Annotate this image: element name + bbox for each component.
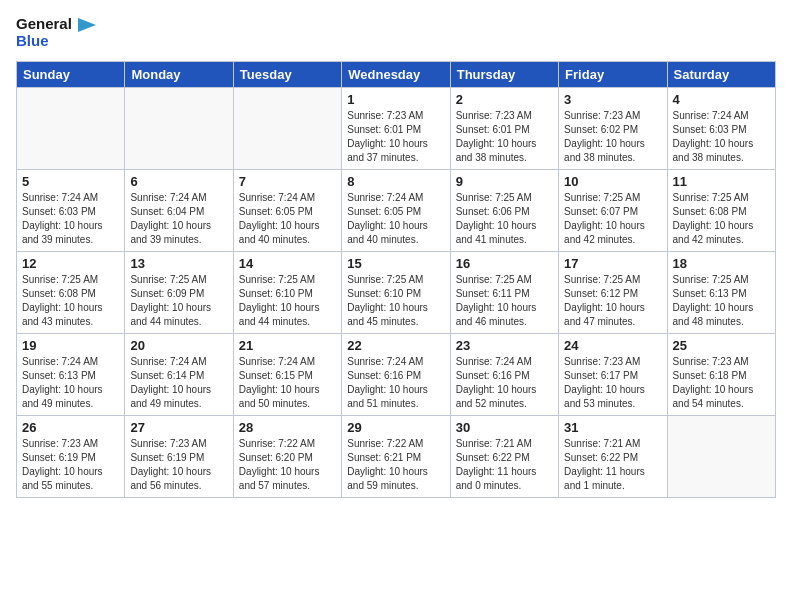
logo-arrow-icon bbox=[78, 18, 96, 32]
day-number: 22 bbox=[347, 338, 444, 353]
page-header: General Blue bbox=[16, 16, 776, 49]
day-cell: 15Sunrise: 7:25 AM Sunset: 6:10 PM Dayli… bbox=[342, 252, 450, 334]
day-number: 13 bbox=[130, 256, 227, 271]
day-number: 24 bbox=[564, 338, 661, 353]
day-info: Sunrise: 7:24 AM Sunset: 6:04 PM Dayligh… bbox=[130, 191, 227, 247]
day-cell bbox=[667, 416, 775, 498]
day-number: 15 bbox=[347, 256, 444, 271]
day-info: Sunrise: 7:24 AM Sunset: 6:05 PM Dayligh… bbox=[239, 191, 336, 247]
day-number: 26 bbox=[22, 420, 119, 435]
day-number: 18 bbox=[673, 256, 770, 271]
day-cell: 14Sunrise: 7:25 AM Sunset: 6:10 PM Dayli… bbox=[233, 252, 341, 334]
day-number: 21 bbox=[239, 338, 336, 353]
day-info: Sunrise: 7:24 AM Sunset: 6:03 PM Dayligh… bbox=[22, 191, 119, 247]
day-info: Sunrise: 7:23 AM Sunset: 6:19 PM Dayligh… bbox=[130, 437, 227, 493]
day-number: 2 bbox=[456, 92, 553, 107]
day-info: Sunrise: 7:23 AM Sunset: 6:18 PM Dayligh… bbox=[673, 355, 770, 411]
day-info: Sunrise: 7:22 AM Sunset: 6:20 PM Dayligh… bbox=[239, 437, 336, 493]
day-number: 3 bbox=[564, 92, 661, 107]
day-cell: 8Sunrise: 7:24 AM Sunset: 6:05 PM Daylig… bbox=[342, 170, 450, 252]
weekday-header-sunday: Sunday bbox=[17, 62, 125, 88]
svg-marker-0 bbox=[78, 18, 96, 32]
day-cell: 25Sunrise: 7:23 AM Sunset: 6:18 PM Dayli… bbox=[667, 334, 775, 416]
day-cell: 19Sunrise: 7:24 AM Sunset: 6:13 PM Dayli… bbox=[17, 334, 125, 416]
day-info: Sunrise: 7:25 AM Sunset: 6:09 PM Dayligh… bbox=[130, 273, 227, 329]
day-number: 17 bbox=[564, 256, 661, 271]
day-cell bbox=[125, 88, 233, 170]
day-info: Sunrise: 7:24 AM Sunset: 6:05 PM Dayligh… bbox=[347, 191, 444, 247]
day-number: 16 bbox=[456, 256, 553, 271]
day-info: Sunrise: 7:24 AM Sunset: 6:14 PM Dayligh… bbox=[130, 355, 227, 411]
weekday-header-thursday: Thursday bbox=[450, 62, 558, 88]
day-info: Sunrise: 7:25 AM Sunset: 6:11 PM Dayligh… bbox=[456, 273, 553, 329]
day-cell: 6Sunrise: 7:24 AM Sunset: 6:04 PM Daylig… bbox=[125, 170, 233, 252]
day-cell: 29Sunrise: 7:22 AM Sunset: 6:21 PM Dayli… bbox=[342, 416, 450, 498]
day-cell: 20Sunrise: 7:24 AM Sunset: 6:14 PM Dayli… bbox=[125, 334, 233, 416]
day-info: Sunrise: 7:25 AM Sunset: 6:08 PM Dayligh… bbox=[22, 273, 119, 329]
day-info: Sunrise: 7:25 AM Sunset: 6:10 PM Dayligh… bbox=[239, 273, 336, 329]
day-info: Sunrise: 7:25 AM Sunset: 6:13 PM Dayligh… bbox=[673, 273, 770, 329]
day-cell: 16Sunrise: 7:25 AM Sunset: 6:11 PM Dayli… bbox=[450, 252, 558, 334]
day-cell: 13Sunrise: 7:25 AM Sunset: 6:09 PM Dayli… bbox=[125, 252, 233, 334]
day-number: 11 bbox=[673, 174, 770, 189]
day-cell: 9Sunrise: 7:25 AM Sunset: 6:06 PM Daylig… bbox=[450, 170, 558, 252]
day-info: Sunrise: 7:21 AM Sunset: 6:22 PM Dayligh… bbox=[456, 437, 553, 493]
day-cell: 2Sunrise: 7:23 AM Sunset: 6:01 PM Daylig… bbox=[450, 88, 558, 170]
day-number: 30 bbox=[456, 420, 553, 435]
day-number: 25 bbox=[673, 338, 770, 353]
day-number: 19 bbox=[22, 338, 119, 353]
day-info: Sunrise: 7:23 AM Sunset: 6:19 PM Dayligh… bbox=[22, 437, 119, 493]
day-number: 5 bbox=[22, 174, 119, 189]
day-cell: 10Sunrise: 7:25 AM Sunset: 6:07 PM Dayli… bbox=[559, 170, 667, 252]
day-info: Sunrise: 7:24 AM Sunset: 6:16 PM Dayligh… bbox=[456, 355, 553, 411]
day-cell: 12Sunrise: 7:25 AM Sunset: 6:08 PM Dayli… bbox=[17, 252, 125, 334]
day-number: 31 bbox=[564, 420, 661, 435]
day-info: Sunrise: 7:24 AM Sunset: 6:03 PM Dayligh… bbox=[673, 109, 770, 165]
weekday-header-wednesday: Wednesday bbox=[342, 62, 450, 88]
day-cell bbox=[233, 88, 341, 170]
day-cell bbox=[17, 88, 125, 170]
day-info: Sunrise: 7:23 AM Sunset: 6:01 PM Dayligh… bbox=[347, 109, 444, 165]
weekday-header-friday: Friday bbox=[559, 62, 667, 88]
day-cell: 11Sunrise: 7:25 AM Sunset: 6:08 PM Dayli… bbox=[667, 170, 775, 252]
day-cell: 24Sunrise: 7:23 AM Sunset: 6:17 PM Dayli… bbox=[559, 334, 667, 416]
weekday-header-tuesday: Tuesday bbox=[233, 62, 341, 88]
day-cell: 23Sunrise: 7:24 AM Sunset: 6:16 PM Dayli… bbox=[450, 334, 558, 416]
day-info: Sunrise: 7:23 AM Sunset: 6:02 PM Dayligh… bbox=[564, 109, 661, 165]
day-number: 6 bbox=[130, 174, 227, 189]
day-number: 23 bbox=[456, 338, 553, 353]
day-cell: 28Sunrise: 7:22 AM Sunset: 6:20 PM Dayli… bbox=[233, 416, 341, 498]
day-info: Sunrise: 7:24 AM Sunset: 6:15 PM Dayligh… bbox=[239, 355, 336, 411]
day-info: Sunrise: 7:23 AM Sunset: 6:01 PM Dayligh… bbox=[456, 109, 553, 165]
day-info: Sunrise: 7:21 AM Sunset: 6:22 PM Dayligh… bbox=[564, 437, 661, 493]
calendar-table: SundayMondayTuesdayWednesdayThursdayFrid… bbox=[16, 61, 776, 498]
week-row-1: 1Sunrise: 7:23 AM Sunset: 6:01 PM Daylig… bbox=[17, 88, 776, 170]
day-cell: 7Sunrise: 7:24 AM Sunset: 6:05 PM Daylig… bbox=[233, 170, 341, 252]
day-info: Sunrise: 7:24 AM Sunset: 6:16 PM Dayligh… bbox=[347, 355, 444, 411]
day-number: 4 bbox=[673, 92, 770, 107]
day-info: Sunrise: 7:25 AM Sunset: 6:07 PM Dayligh… bbox=[564, 191, 661, 247]
day-cell: 17Sunrise: 7:25 AM Sunset: 6:12 PM Dayli… bbox=[559, 252, 667, 334]
day-cell: 27Sunrise: 7:23 AM Sunset: 6:19 PM Dayli… bbox=[125, 416, 233, 498]
day-cell: 18Sunrise: 7:25 AM Sunset: 6:13 PM Dayli… bbox=[667, 252, 775, 334]
day-info: Sunrise: 7:24 AM Sunset: 6:13 PM Dayligh… bbox=[22, 355, 119, 411]
week-row-4: 19Sunrise: 7:24 AM Sunset: 6:13 PM Dayli… bbox=[17, 334, 776, 416]
day-number: 14 bbox=[239, 256, 336, 271]
day-cell: 5Sunrise: 7:24 AM Sunset: 6:03 PM Daylig… bbox=[17, 170, 125, 252]
day-cell: 4Sunrise: 7:24 AM Sunset: 6:03 PM Daylig… bbox=[667, 88, 775, 170]
weekday-header-monday: Monday bbox=[125, 62, 233, 88]
week-row-2: 5Sunrise: 7:24 AM Sunset: 6:03 PM Daylig… bbox=[17, 170, 776, 252]
day-info: Sunrise: 7:23 AM Sunset: 6:17 PM Dayligh… bbox=[564, 355, 661, 411]
day-cell: 21Sunrise: 7:24 AM Sunset: 6:15 PM Dayli… bbox=[233, 334, 341, 416]
day-number: 27 bbox=[130, 420, 227, 435]
day-cell: 1Sunrise: 7:23 AM Sunset: 6:01 PM Daylig… bbox=[342, 88, 450, 170]
day-info: Sunrise: 7:25 AM Sunset: 6:08 PM Dayligh… bbox=[673, 191, 770, 247]
week-row-3: 12Sunrise: 7:25 AM Sunset: 6:08 PM Dayli… bbox=[17, 252, 776, 334]
day-number: 7 bbox=[239, 174, 336, 189]
day-cell: 22Sunrise: 7:24 AM Sunset: 6:16 PM Dayli… bbox=[342, 334, 450, 416]
day-info: Sunrise: 7:25 AM Sunset: 6:06 PM Dayligh… bbox=[456, 191, 553, 247]
day-info: Sunrise: 7:25 AM Sunset: 6:10 PM Dayligh… bbox=[347, 273, 444, 329]
day-number: 8 bbox=[347, 174, 444, 189]
day-number: 28 bbox=[239, 420, 336, 435]
day-number: 10 bbox=[564, 174, 661, 189]
